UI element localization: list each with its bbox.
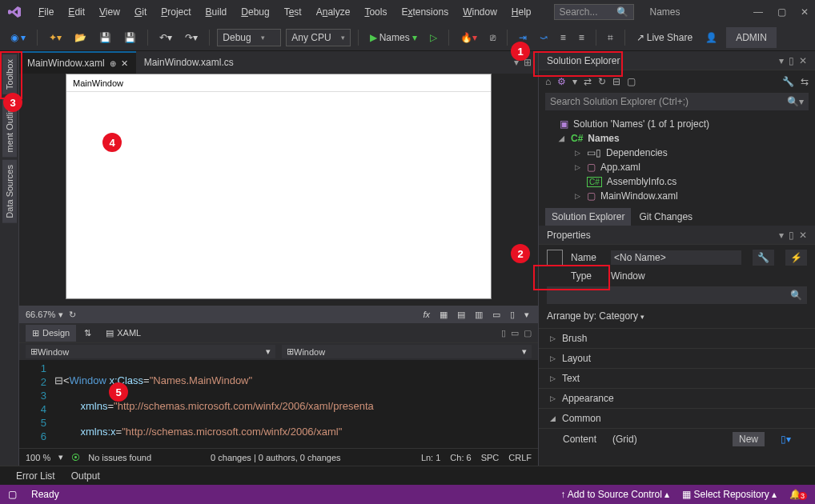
refresh-zoom-icon[interactable]: ↻ xyxy=(66,310,78,320)
indent-icon[interactable]: ≡ xyxy=(556,30,570,46)
issues-text[interactable]: No issues found xyxy=(88,453,151,462)
minimize-icon[interactable]: — xyxy=(753,6,763,18)
nav-member-combo[interactable]: ⊞ Window▾ xyxy=(282,345,532,358)
close-panel-icon[interactable]: ✕ xyxy=(799,230,807,241)
menu-build[interactable]: Build xyxy=(199,3,234,21)
xaml-code-editor[interactable]: 123 456 ⊟<Window x:Class="Names.MainWind… xyxy=(19,360,538,448)
cat-appearance[interactable]: ▷Appearance xyxy=(539,389,815,409)
design-tab[interactable]: ⊞ Design xyxy=(26,325,76,342)
xaml-tab[interactable]: ▤ XAML xyxy=(99,325,147,342)
menu-edit[interactable]: Edit xyxy=(62,3,91,21)
start-debug-button[interactable]: ▶ Names ▾ xyxy=(366,30,421,46)
refresh-icon[interactable]: ↻ xyxy=(598,76,606,87)
redo-button[interactable]: ↷▾ xyxy=(181,30,202,46)
line-ending[interactable]: CRLF xyxy=(508,453,532,462)
nav-back-button[interactable]: ◉ ▾ xyxy=(6,30,30,46)
pin-icon[interactable]: ⊕ xyxy=(110,59,116,68)
split-v-icon[interactable]: ▯ xyxy=(501,328,506,338)
device-icon[interactable]: ▯ xyxy=(508,310,517,320)
nav-scope-combo[interactable]: ⊞ Window▾ xyxy=(26,345,275,358)
collapse-all-icon[interactable]: ⊟ xyxy=(612,76,620,87)
ruler-icon[interactable]: ▭ xyxy=(490,310,503,320)
data-sources-tab[interactable]: Data Sources xyxy=(2,160,17,223)
events-icon[interactable]: ⚡ xyxy=(785,250,807,266)
wrench-icon[interactable]: 🔧 xyxy=(782,76,794,87)
document-tab[interactable]: MainWindow.xaml.cs xyxy=(136,51,242,74)
more-icon[interactable]: ▾ xyxy=(522,310,532,320)
tab-solution-explorer[interactable]: Solution Explorer xyxy=(545,208,631,226)
notifications-icon[interactable]: 🔔3 xyxy=(789,489,807,500)
menu-debug[interactable]: Debug xyxy=(235,3,275,21)
name-input[interactable]: <No Name> xyxy=(611,250,741,265)
undo-button[interactable]: ↶▾ xyxy=(155,30,176,46)
tree-item-dependencies[interactable]: ▷▭▯Dependencies xyxy=(545,146,809,160)
close-panel-icon[interactable]: ✕ xyxy=(799,55,807,66)
cat-brush[interactable]: ▷Brush xyxy=(539,329,815,349)
arrange-by[interactable]: Arrange by: Category ▾ xyxy=(539,304,815,328)
properties-search[interactable]: 🔍 xyxy=(547,286,807,304)
browse-button[interactable]: ⎚ xyxy=(486,30,500,46)
split-h-icon[interactable]: ▭ xyxy=(511,328,519,338)
tab-error-list[interactable]: Error List xyxy=(8,467,63,485)
step-over-icon[interactable]: ⤻ xyxy=(536,30,552,46)
dropdown-icon[interactable]: ▾ xyxy=(779,55,784,66)
solution-explorer-search[interactable]: Search Solution Explorer (Ctrl+;)🔍▾ xyxy=(545,93,809,110)
cat-common[interactable]: ◢Common xyxy=(539,409,815,429)
tree-item-mainwindow[interactable]: ▷▢MainWindow.xaml xyxy=(545,189,809,203)
wrench-icon[interactable]: 🔧 xyxy=(753,250,774,266)
open-button[interactable]: 📂 xyxy=(70,30,90,46)
menu-analyze[interactable]: Analyze xyxy=(310,3,357,21)
guides-icon[interactable]: ▥ xyxy=(472,310,485,320)
snap-icon[interactable]: ▤ xyxy=(455,310,468,320)
start-nodebug-button[interactable]: ▷ xyxy=(426,30,441,46)
cat-layout[interactable]: ▷Layout xyxy=(539,349,815,369)
editor-zoom[interactable]: 100 % xyxy=(26,453,50,462)
menu-help[interactable]: Help xyxy=(505,3,538,21)
menu-tools[interactable]: Tools xyxy=(358,3,393,21)
tree-item-appxaml[interactable]: ▷▢App.xaml xyxy=(545,160,809,174)
maximize-icon[interactable]: ▢ xyxy=(777,6,786,18)
zoom-level[interactable]: 66.67% xyxy=(26,310,55,319)
outdent-icon[interactable]: ≡ xyxy=(575,30,588,46)
cat-text[interactable]: ▷Text xyxy=(539,369,815,389)
project-node[interactable]: ◢C#Names xyxy=(545,131,809,146)
document-tab-active[interactable]: MainWindow.xaml ⊕ ✕ xyxy=(19,51,136,74)
fx-icon[interactable]: fx xyxy=(420,310,432,319)
pin-icon[interactable]: ▯ xyxy=(789,230,794,241)
menu-view[interactable]: View xyxy=(93,3,126,21)
designer-canvas[interactable]: MainWindow xyxy=(19,74,538,306)
search-box[interactable]: Search... 🔍 xyxy=(554,4,634,20)
code-content[interactable]: ⊟<Window x:Class="Names.MainWindow" xmln… xyxy=(54,360,538,448)
solution-node[interactable]: ▣Solution 'Names' (1 of 1 project) xyxy=(545,117,809,131)
save-button[interactable]: 💾 xyxy=(95,30,115,46)
new-button[interactable]: New xyxy=(733,432,765,446)
menu-project[interactable]: Project xyxy=(155,3,197,21)
new-item-button[interactable]: ✦▾ xyxy=(45,30,66,46)
close-icon[interactable]: ✕ xyxy=(801,6,809,18)
menu-window[interactable]: Window xyxy=(456,3,504,21)
comment-icon[interactable]: ⌗ xyxy=(604,30,617,46)
menu-git[interactable]: Git xyxy=(128,3,153,21)
indent-mode[interactable]: SPC xyxy=(481,453,500,462)
feedback-icon[interactable]: 👤 xyxy=(701,30,721,46)
tab-output[interactable]: Output xyxy=(63,467,108,485)
home-icon[interactable]: ⌂ xyxy=(545,76,551,87)
select-repository[interactable]: ▦ Select Repository ▴ xyxy=(682,489,777,500)
menu-extensions[interactable]: Extensions xyxy=(395,3,455,21)
cfg-icon[interactable]: ⚙ xyxy=(557,76,566,87)
config-combo[interactable]: Debug▾ xyxy=(217,29,281,46)
collapse-icon[interactable]: ▢ xyxy=(524,328,532,338)
reset-icon[interactable]: ▯▾ xyxy=(781,434,791,445)
menu-test[interactable]: Test xyxy=(278,3,308,21)
live-share-button[interactable]: ↗ Live Share xyxy=(632,30,697,46)
save-all-button[interactable]: 💾 xyxy=(120,30,140,46)
hot-reload-icon[interactable]: 🔥▾ xyxy=(456,30,481,46)
toolbox-tab[interactable]: Toolbox xyxy=(2,54,17,94)
add-source-control[interactable]: ↑ Add to Source Control ▴ xyxy=(560,489,669,500)
codelens-changes[interactable]: 0 changes | 0 authors, 0 changes xyxy=(211,453,340,462)
tab-git-changes[interactable]: Git Changes xyxy=(632,208,699,226)
dropdown-icon[interactable]: ▾ xyxy=(779,230,784,241)
sync-icon[interactable]: ⇄ xyxy=(584,76,592,87)
show-all-icon[interactable]: ▢ xyxy=(627,76,636,87)
swap-panes-icon[interactable]: ⇅ xyxy=(78,325,98,342)
